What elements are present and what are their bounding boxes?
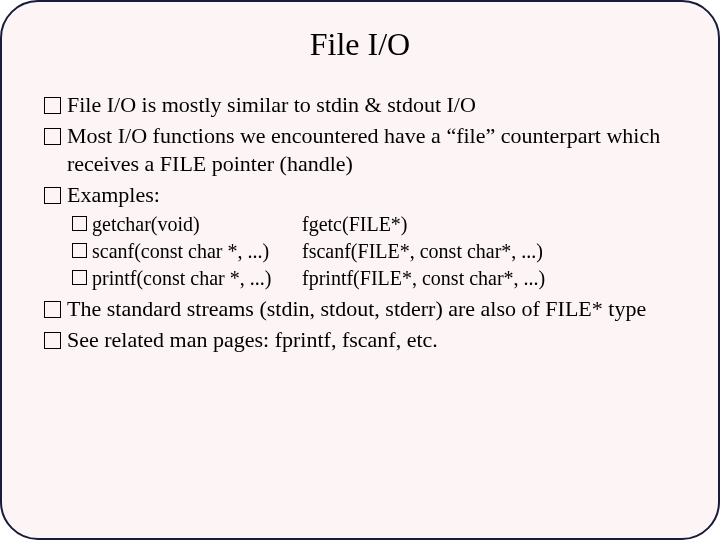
bullet-item: Examples: [44,181,676,210]
example-fileio: fgetc(FILE*) [302,211,676,237]
example-row: printf(const char *, ...) fprintf(FILE*,… [72,265,676,291]
example-stdio: scanf(const char *, ...) [92,238,302,264]
slide-frame: File I/O File I/O is mostly similar to s… [0,0,720,540]
bullet-text: Most I/O functions we encountered have a… [67,122,676,179]
example-row: getchar(void) fgetc(FILE*) [72,211,676,237]
bullet-text: The standard streams (stdin, stdout, std… [67,295,676,324]
example-fileio: fscanf(FILE*, const char*, ...) [302,238,676,264]
square-bullet-icon [44,128,61,145]
example-fileio: fprintf(FILE*, const char*, ...) [302,265,676,291]
square-bullet-icon [72,243,87,258]
square-bullet-icon [72,216,87,231]
square-bullet-icon [44,301,61,318]
bullet-text: File I/O is mostly similar to stdin & st… [67,91,676,120]
bullet-text: See related man pages: fprintf, fscanf, … [67,326,676,355]
example-row: scanf(const char *, ...) fscanf(FILE*, c… [72,238,676,264]
square-bullet-icon [72,270,87,285]
bullet-list: File I/O is mostly similar to stdin & st… [44,91,676,355]
example-stdio: printf(const char *, ...) [92,265,302,291]
slide-title: File I/O [44,26,676,63]
square-bullet-icon [44,332,61,349]
bullet-text: Examples: [67,181,676,210]
square-bullet-icon [44,187,61,204]
bullet-item: Most I/O functions we encountered have a… [44,122,676,179]
bullet-item: The standard streams (stdin, stdout, std… [44,295,676,324]
bullet-item: See related man pages: fprintf, fscanf, … [44,326,676,355]
example-list: getchar(void) fgetc(FILE*) scanf(const c… [72,211,676,291]
bullet-item: File I/O is mostly similar to stdin & st… [44,91,676,120]
example-stdio: getchar(void) [92,211,302,237]
square-bullet-icon [44,97,61,114]
